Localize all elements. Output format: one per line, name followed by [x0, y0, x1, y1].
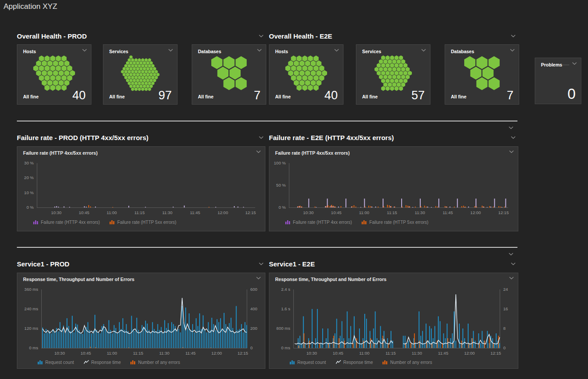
chevron-down-icon[interactable] [168, 49, 173, 52]
health-tile-databases-e2e[interactable]: DatabasesAll fine7 [445, 44, 519, 105]
hexagon [61, 65, 67, 71]
legend-item[interactable]: Failure rate (HTTP 4xx errors) [33, 220, 100, 225]
y-axis-label-right: 16 [503, 307, 517, 311]
y-axis-label: 1.6 s [269, 307, 290, 311]
plot-area-failure-prod[interactable] [37, 163, 255, 208]
hexagon [386, 78, 390, 83]
chevron-down-icon[interactable] [259, 136, 264, 139]
chevron-down-icon[interactable] [334, 49, 339, 52]
chevron-down-icon[interactable] [511, 262, 516, 266]
health-tile-hosts-e2e[interactable]: HostsAll fine40 [269, 44, 343, 105]
bar [117, 332, 118, 348]
chevron-down-icon[interactable] [421, 49, 426, 52]
chevron-down-icon[interactable] [510, 49, 515, 52]
legend-item[interactable]: Request count [290, 360, 326, 365]
chevron-down-icon[interactable] [509, 123, 513, 131]
bar [58, 207, 59, 207]
legend-item[interactable]: Number of any errors [130, 360, 180, 365]
legend-item[interactable]: Failure rate (HTTP 5xx errors) [362, 220, 428, 225]
bar [368, 206, 369, 207]
y-axis-label-right: 200 [250, 326, 264, 331]
hexagon [155, 70, 158, 74]
chevron-down-icon[interactable] [509, 250, 513, 258]
status-text: All fine [109, 94, 125, 102]
chart-tile-header: Failure rate (HTTP 4xx/5xx errors) [275, 150, 514, 156]
bar [86, 207, 87, 207]
hexagon [211, 56, 222, 69]
x-tick-label: 10:30 [47, 210, 66, 215]
problems-tile[interactable]: Problems 0 [535, 58, 581, 104]
chevron-down-icon[interactable] [511, 136, 516, 139]
section-header-failure-prod: Failure rate - PROD (HTTP 4xx/5xx errors… [17, 133, 264, 142]
chevron-down-icon[interactable] [511, 35, 516, 38]
hexagon [311, 80, 316, 86]
legend-item[interactable]: Number of any errors [383, 360, 432, 365]
chevron-down-icon[interactable] [256, 150, 261, 153]
bar [44, 333, 45, 348]
chevron-down-icon[interactable] [82, 49, 87, 52]
bar [484, 207, 485, 207]
chart-tile-failure-prod[interactable]: Failure rate (HTTP 4xx/5xx errors)30 %20… [17, 146, 265, 231]
bar [326, 206, 327, 207]
bar [209, 207, 209, 207]
bar [464, 338, 465, 348]
bar [215, 207, 216, 207]
legend-item[interactable]: Failure rate (HTTP 5xx errors) [110, 220, 176, 225]
legend-item[interactable]: Request count [38, 360, 74, 365]
hexagon [401, 82, 405, 87]
hexagon [148, 70, 151, 74]
bar [47, 332, 48, 348]
health-tile-databases-prod[interactable]: DatabasesAll fine7 [192, 44, 266, 105]
chart-tile-service-prod[interactable]: Response time, Throughput and Number of … [17, 273, 265, 369]
bar [203, 315, 204, 348]
bar [462, 341, 462, 348]
legend-item[interactable]: Failure rate (HTTP 4xx errors) [285, 220, 352, 225]
bar [489, 206, 490, 207]
health-tile-services-prod[interactable]: ServicesAll fine97 [103, 44, 178, 105]
hexagon [392, 67, 396, 72]
x-tick-label: 12:00 [213, 210, 233, 215]
hexagon [388, 74, 392, 79]
tile-footer: All fine7 [451, 90, 513, 102]
bar [184, 322, 185, 348]
hexagon [217, 66, 229, 79]
health-tile-services-e2e[interactable]: ServicesAll fine57 [356, 44, 430, 105]
x-tick-label: 10:45 [76, 351, 95, 356]
bar [443, 333, 444, 348]
bar [317, 309, 318, 348]
bar [100, 333, 101, 348]
chevron-down-icon[interactable] [509, 277, 514, 280]
hexagon [143, 61, 146, 65]
chevron-down-icon[interactable] [259, 35, 264, 38]
chevron-down-icon[interactable] [572, 62, 577, 65]
hexagon [150, 78, 153, 82]
bar [350, 326, 351, 348]
legend-item[interactable]: Response time [84, 360, 121, 365]
bar [320, 343, 320, 348]
chevron-down-icon[interactable] [509, 150, 514, 153]
chart-tile-service-e2e[interactable]: Response time, Throughput and Number of … [269, 273, 518, 369]
hexagon [33, 65, 39, 71]
chevron-down-icon[interactable] [259, 262, 264, 266]
bar [130, 333, 130, 348]
hexagon [126, 67, 129, 70]
health-tile-hosts-prod[interactable]: HostsAll fine40 [17, 44, 91, 105]
honeycomb-chart [277, 55, 335, 91]
bar [457, 199, 458, 207]
bar [161, 327, 162, 348]
plot-area-service-e2e[interactable] [293, 289, 500, 349]
bar [424, 206, 425, 207]
bar [427, 207, 428, 207]
hexagon [308, 75, 313, 81]
bar [208, 322, 209, 348]
plot-area-failure-e2e[interactable] [289, 163, 508, 208]
legend-item[interactable]: Response time [336, 360, 373, 365]
chevron-down-icon[interactable] [257, 49, 262, 52]
hexagon [56, 55, 61, 61]
chevron-down-icon[interactable] [256, 277, 261, 280]
tile-label: Databases [451, 49, 474, 54]
chart-tile-failure-e2e[interactable]: Failure rate (HTTP 4xx/5xx errors)100 %5… [269, 146, 518, 231]
plot-area-service-prod[interactable] [41, 289, 247, 349]
hexagon [126, 73, 129, 76]
bar [68, 326, 69, 348]
